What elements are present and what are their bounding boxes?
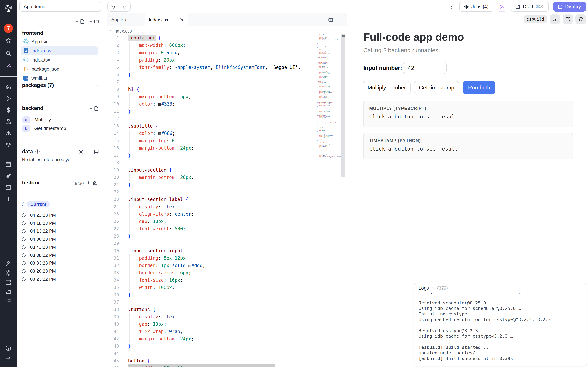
css-file-icon: 3 — [23, 48, 29, 53]
code-line: 31 padding: 8px 12px; — [107, 254, 347, 262]
ai-wand-button[interactable] — [497, 2, 507, 12]
run-both-button[interactable]: Run both — [463, 81, 495, 94]
schedules-icon[interactable] — [0, 160, 17, 168]
settings-icon[interactable] — [0, 269, 17, 277]
account-icon[interactable] — [0, 259, 17, 268]
code-line: 19.input-section { — [107, 166, 347, 174]
file-item-App-tsx[interactable]: App.tsx — [21, 37, 98, 46]
history-entry[interactable]: 03:38:22 PM — [30, 252, 56, 258]
backend-item-multiply[interactable]: aMultiply — [21, 115, 98, 124]
add-backend-file-icon[interactable] — [89, 106, 99, 111]
history-dot[interactable] — [22, 277, 26, 281]
workers-icon[interactable] — [0, 278, 17, 287]
history-dot[interactable] — [22, 229, 26, 233]
tab-app-tsx[interactable]: App.tsx — [107, 13, 145, 26]
add-table-icon[interactable] — [89, 149, 99, 154]
home-icon[interactable] — [0, 83, 17, 91]
file-item-package-json[interactable]: {}package.json — [21, 65, 98, 73]
number-input[interactable]: 42 — [403, 61, 447, 74]
windmill-logo-icon[interactable] — [0, 4, 17, 13]
favorites-icon[interactable] — [0, 36, 17, 45]
history-entry[interactable]: 03:28:23 PM — [30, 268, 56, 274]
info-icon[interactable] — [35, 149, 40, 154]
close-icon[interactable] — [180, 18, 184, 22]
logs-header[interactable]: Logs (379) — [414, 284, 587, 292]
packages-section[interactable]: packages (7) — [22, 82, 54, 88]
get-timestamp-button[interactable]: Get timestamp — [414, 81, 459, 94]
code-line: 14 color: #666; — [107, 130, 347, 137]
select-element-button[interactable] — [550, 14, 560, 24]
app-name-input[interactable]: App demo — [19, 2, 102, 12]
search-icon[interactable] — [0, 49, 17, 57]
code-area[interactable]: 1.container {2 max-width: 600px;3 margin… — [107, 34, 347, 367]
file-item-index-css[interactable]: 3index.css — [21, 47, 98, 55]
history-dot[interactable] — [22, 253, 26, 257]
code-line: 33 border-radius: 6px; — [107, 269, 347, 276]
tab-index-css[interactable]: index.css — [145, 13, 188, 26]
logs-body[interactable]: Using cached resolution for scheduler@^0… — [419, 289, 585, 365]
chevron-right-icon[interactable] — [95, 83, 100, 88]
rail-separator — [0, 17, 17, 17]
code-line: 6} — [107, 71, 347, 78]
history-dot[interactable] — [22, 245, 26, 249]
jobs-button[interactable]: Jobs (4) — [459, 2, 494, 12]
resources-icon[interactable] — [0, 117, 17, 126]
flows-icon[interactable] — [0, 172, 17, 180]
add-history-icon[interactable] — [86, 181, 91, 185]
open-external-button[interactable] — [563, 14, 573, 24]
learn-icon[interactable] — [0, 141, 17, 149]
ts-file-icon: TS — [23, 76, 29, 81]
history-entry[interactable]: 03:43:23 PM — [30, 244, 56, 250]
history-current-dot[interactable] — [22, 202, 26, 206]
add-folder-icon[interactable] — [89, 19, 99, 24]
editor-vertical-scrollbar[interactable] — [341, 34, 346, 177]
collapse-icon[interactable] — [0, 354, 17, 362]
more-menu-icon[interactable] — [449, 2, 454, 12]
refresh-button[interactable] — [575, 14, 586, 24]
redo-icon[interactable] — [122, 4, 127, 9]
history-entry[interactable]: 03:33:23 PM — [30, 260, 56, 266]
add-icon[interactable] — [0, 195, 17, 203]
history-entry[interactable]: 04:08:23 PM — [30, 236, 56, 242]
result-card-body: Click a button to see result — [369, 114, 458, 120]
history-dot[interactable] — [22, 237, 26, 241]
folders-icon[interactable] — [0, 288, 17, 296]
add-file-icon[interactable] — [75, 19, 85, 24]
file-item-wmill-ts[interactable]: TSwmill.ts — [21, 74, 98, 83]
magic-wand-icon — [499, 3, 505, 10]
history-dot[interactable] — [22, 261, 26, 265]
react-file-icon — [23, 39, 29, 45]
ai-wand-icon[interactable] — [0, 61, 17, 70]
alerts-icon[interactable] — [0, 183, 17, 192]
history-current-badge[interactable]: Current — [27, 201, 50, 207]
history-dot[interactable] — [22, 269, 26, 273]
backend-item-get-timestamp[interactable]: bGet timestamp — [21, 124, 98, 133]
help-icon[interactable] — [0, 344, 17, 352]
chevron-down-icon — [431, 286, 435, 290]
undo-icon[interactable] — [111, 4, 116, 9]
history-dot[interactable] — [22, 221, 26, 225]
history-entry[interactable]: 04:18:23 PM — [30, 221, 56, 226]
deploy-button[interactable]: Deploy — [553, 2, 586, 12]
variables-icon[interactable] — [0, 106, 17, 114]
apps-active-icon[interactable] — [0, 24, 17, 33]
editor-horizontal-scrollbar[interactable] — [128, 364, 275, 367]
data-settings-gear-icon[interactable] — [78, 149, 84, 154]
code-line: 9 margin-bottom: 5px; — [107, 93, 347, 100]
logs-count: (379) — [437, 285, 448, 291]
editor-more-icon[interactable] — [337, 17, 343, 23]
draft-button[interactable]: Draft ⌘S — [511, 2, 549, 12]
history-entry[interactable]: 04:13:22 PM — [30, 228, 56, 234]
left-icon-rail — [0, 0, 17, 367]
history-entry[interactable]: 03:23:22 PM — [30, 276, 56, 282]
triggers-icon[interactable] — [0, 129, 17, 137]
snapshot-camera-icon[interactable] — [93, 180, 98, 186]
file-item-index-tsx[interactable]: index.tsx — [21, 56, 98, 64]
split-editor-icon[interactable] — [328, 17, 334, 23]
history-dot[interactable] — [22, 213, 26, 217]
runs-icon[interactable] — [0, 94, 17, 103]
multiply-number-button[interactable]: Multiply number — [363, 81, 411, 94]
audit-logs-icon[interactable] — [0, 297, 17, 306]
history-entry[interactable]: 04:23:23 PM — [30, 213, 56, 218]
minimap[interactable]: .container { max-width: 600px; margin: 0… — [317, 34, 341, 181]
